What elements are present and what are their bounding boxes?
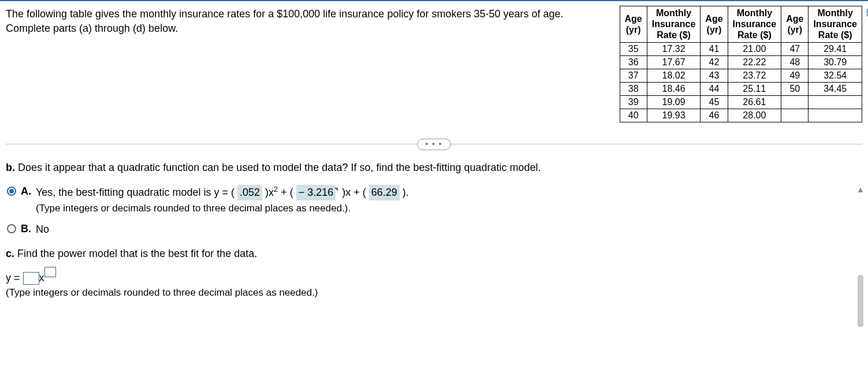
choice-a-hint: (Type integers or decimals rounded to th… — [36, 203, 351, 214]
quad-b-input[interactable]: − 3.216 — [296, 185, 336, 200]
choice-b-letter: B. — [21, 222, 36, 235]
scrollbar[interactable]: ▲ ▼ — [855, 185, 866, 380]
table-row: 3919.09 4526.61 — [620, 95, 862, 109]
radio-b[interactable] — [7, 224, 16, 233]
choice-a-text: Yes, the best-fitting quadratic model is… — [36, 187, 409, 198]
table-row: 3718.02 4323.72 4932.54 — [620, 69, 862, 82]
input-marker-icon — [334, 188, 338, 191]
col-age-1: Age(yr) — [620, 6, 647, 43]
scrollbar-thumb[interactable] — [858, 275, 863, 327]
problem-intro: The following table gives the monthly in… — [6, 6, 608, 36]
table-header-row: Age(yr) MonthlyInsuranceRate ($) Age(yr)… — [620, 6, 862, 43]
intro-line1: The following table gives the monthly in… — [6, 8, 564, 20]
rate-table: Age(yr) MonthlyInsuranceRate ($) Age(yr)… — [620, 6, 862, 122]
col-age-3: Age(yr) — [781, 6, 809, 43]
power-coeff-input[interactable] — [23, 272, 39, 285]
choice-a-row: A. Yes, the best-fitting quadratic model… — [6, 184, 862, 216]
content-divider: • • • — [0, 139, 868, 150]
power-exp-input[interactable] — [44, 267, 56, 277]
table-row: 3517.32 4121.00 4729.41 — [620, 42, 862, 55]
quad-c-input[interactable]: 66.29 — [369, 185, 400, 200]
col-rate-3: MonthlyInsuranceRate ($) — [809, 6, 862, 43]
quad-a-input[interactable]: .052 — [237, 185, 262, 200]
choice-a-letter: A. — [21, 184, 36, 198]
part-c-prompt: c. Find the power model that is the best… — [6, 248, 862, 260]
table-row: 3818.46 4425.11 5034.45 — [620, 82, 862, 95]
choice-b-row: B. No — [6, 222, 862, 237]
intro-line2: Complete parts (a) through (d) below. — [6, 23, 178, 34]
scroll-up-icon[interactable]: ▲ — [856, 185, 865, 194]
part-c-hint: (Type integers or decimals rounded to th… — [6, 287, 862, 299]
power-model-equation: y = x — [6, 270, 862, 285]
col-rate-1: MonthlyInsuranceRate ($) — [647, 6, 701, 43]
part-b-prompt: b. Does it appear that a quadratic funct… — [6, 162, 862, 174]
choice-b-text: No — [36, 222, 862, 237]
expand-pill[interactable]: • • • — [417, 139, 451, 150]
col-rate-2: MonthlyInsuranceRate ($) — [728, 6, 781, 43]
col-age-2: Age(yr) — [701, 6, 728, 43]
table-row: 3617.67 4222.22 4830.79 — [620, 55, 862, 69]
radio-a[interactable] — [7, 187, 16, 196]
table-row: 4019.93 4628.00 — [620, 109, 862, 122]
